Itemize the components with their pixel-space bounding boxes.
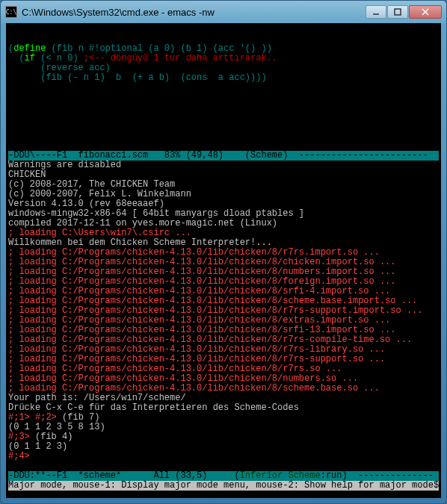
window-title: C:\Windows\System32\cmd.exe - emacs -nw xyxy=(22,7,366,18)
application-window: C:\ C:\Windows\System32\cmd.exe - emacs … xyxy=(0,0,447,504)
window-controls xyxy=(366,5,442,19)
repl-result: (0 1 1 2 3) xyxy=(8,442,439,452)
cmd-icon: C:\ xyxy=(5,6,17,18)
code-pane: (define (fib n #!optional (a 0) (b 1) (a… xyxy=(8,44,439,83)
terminal-content[interactable]: (define (fib n #!optional (a 0) (b 1) (a… xyxy=(6,23,441,498)
maximize-button[interactable] xyxy=(387,5,408,19)
titlebar[interactable]: C:\ C:\Windows\System32\cmd.exe - emacs … xyxy=(1,1,446,23)
minibuffer[interactable]: Major mode, mouse-1: Display major mode … xyxy=(8,481,439,491)
repl-line: Warnings are disabled xyxy=(8,161,439,170)
repl-prompt: #;3> (fib 4) xyxy=(8,432,439,442)
code-line: (fib (- n 1) b (+ a b) (cons a acc)))) xyxy=(8,73,439,83)
minimize-button[interactable] xyxy=(366,5,386,19)
svg-rect-1 xyxy=(395,9,401,15)
close-button[interactable] xyxy=(409,5,442,19)
repl-prompt[interactable]: #;4> xyxy=(8,452,439,461)
